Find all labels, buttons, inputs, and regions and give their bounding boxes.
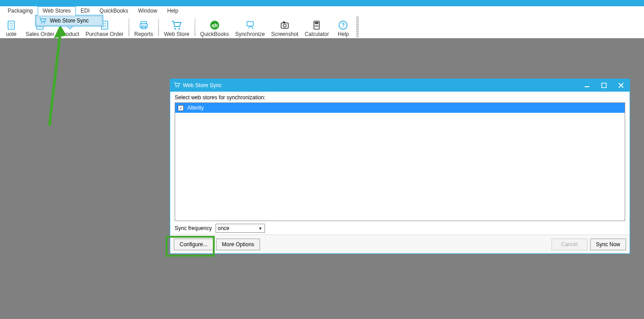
printer-icon <box>139 19 149 31</box>
sync-frequency-label: Sync frequency <box>175 225 212 231</box>
maximize-button[interactable] <box>595 79 613 92</box>
menu-window[interactable]: Window <box>133 6 163 16</box>
minimize-button[interactable] <box>578 79 595 92</box>
svg-point-33 <box>316 26 317 27</box>
doc-icon <box>6 19 16 31</box>
dropdown-item-label: Web Store Sync <box>50 18 88 24</box>
svg-rect-42 <box>602 83 606 88</box>
toolbar-label: Web Store <box>164 31 189 37</box>
svg-rect-22 <box>247 22 253 26</box>
list-item-label: Alterity <box>187 105 204 111</box>
svg-point-29 <box>315 25 316 26</box>
svg-point-40 <box>178 86 179 87</box>
web-store-list[interactable]: ✓ Alterity <box>175 102 625 221</box>
cart-icon <box>171 19 182 31</box>
svg-point-34 <box>318 26 318 27</box>
toolbar-grip <box>356 17 359 37</box>
toolbar-label: Product <box>61 31 79 37</box>
cart-icon <box>174 82 180 89</box>
svg-point-25 <box>283 24 287 27</box>
menu-packaging[interactable]: Packaging <box>3 6 38 16</box>
cart-icon <box>39 18 46 24</box>
dropdown-item-web-store-sync[interactable]: Web Store Sync <box>36 16 102 26</box>
configure-button[interactable]: Configure... <box>174 239 213 250</box>
svg-marker-23 <box>252 27 253 29</box>
list-item[interactable]: ✓ Alterity <box>175 103 625 113</box>
calc-icon <box>312 19 322 31</box>
close-button[interactable] <box>613 79 630 92</box>
svg-line-37 <box>49 33 60 126</box>
toolbar-label: Help <box>338 31 349 37</box>
web-stores-dropdown: Web Store Sync <box>35 15 103 27</box>
dialog-prompt: Select web stores for synchronization: <box>175 94 625 101</box>
sync-icon <box>245 19 255 31</box>
svg-point-32 <box>315 26 316 27</box>
web-store-sync-dialog: Web Store Sync Select web stores for syn… <box>170 79 630 254</box>
dialog-title-bar[interactable]: Web Store Sync <box>170 79 630 92</box>
camera-icon <box>280 19 290 31</box>
sync-frequency-select[interactable]: once ▼ <box>216 224 265 233</box>
web-store-button[interactable]: Web Store <box>161 16 192 38</box>
svg-rect-28 <box>315 22 318 24</box>
calculator-button[interactable]: Calculator <box>301 16 332 38</box>
window-controls <box>578 79 630 92</box>
select-value: once <box>218 225 229 231</box>
toolbar-label: Sales Order <box>26 31 54 37</box>
toolbar-label: Calculator <box>304 31 329 37</box>
menu-help[interactable]: Help <box>162 6 183 16</box>
annotation-arrow <box>44 25 71 128</box>
app-title-bar <box>0 0 644 6</box>
sync-now-button[interactable]: Sync Now <box>590 239 626 250</box>
help-icon: ? <box>338 19 348 31</box>
toolbar-separator <box>128 18 129 36</box>
svg-point-39 <box>176 86 176 87</box>
more-options-button[interactable]: More Options <box>216 239 260 250</box>
cancel-button[interactable]: Cancel <box>551 239 587 250</box>
svg-point-0 <box>41 22 43 24</box>
svg-point-31 <box>318 25 318 26</box>
quickbooks-button[interactable]: qbQuickBooks <box>197 16 232 38</box>
toolbar-label: Reports <box>134 31 153 37</box>
svg-point-1 <box>44 22 45 24</box>
toolbar-separator <box>194 18 195 36</box>
svg-point-19 <box>179 28 181 30</box>
menu-bar: Packaging Web Stores EDI QuickBooks Wind… <box>0 6 644 16</box>
svg-point-18 <box>175 28 176 30</box>
toolbar-label: Synchronize <box>235 31 265 37</box>
svg-text:qb: qb <box>212 22 218 28</box>
checkbox[interactable]: ✓ <box>178 105 184 111</box>
dialog-title-text: Web Store Sync <box>183 82 221 89</box>
qb-icon: qb <box>210 19 220 31</box>
toolbar-label: Purchase Order <box>85 31 124 37</box>
toolbar-label: Screenshot <box>271 31 299 37</box>
dialog-body: Select web stores for synchronization: ✓… <box>170 92 630 235</box>
svg-rect-26 <box>283 22 285 23</box>
reports-button[interactable]: Reports <box>131 16 156 38</box>
menu-quickbooks[interactable]: QuickBooks <box>95 6 133 16</box>
sync-frequency-row: Sync frequency once ▼ <box>175 224 625 233</box>
chevron-down-icon: ▼ <box>258 226 263 231</box>
menu-web-stores[interactable]: Web Stores <box>38 6 75 16</box>
synchronize-button[interactable]: Synchronize <box>232 16 268 38</box>
svg-text:?: ? <box>342 22 345 28</box>
screenshot-button[interactable]: Screenshot <box>268 16 302 38</box>
help-button[interactable]: ?Help <box>332 16 354 38</box>
toolbar-separator <box>158 18 159 36</box>
dialog-footer: Configure... More Options Cancel Sync No… <box>170 235 630 253</box>
toolbar-label: uote <box>6 31 16 37</box>
svg-point-30 <box>316 25 317 26</box>
toolbar-label: QuickBooks <box>200 31 229 37</box>
menu-edi[interactable]: EDI <box>76 6 95 16</box>
quote-button[interactable]: uote <box>0 16 22 38</box>
